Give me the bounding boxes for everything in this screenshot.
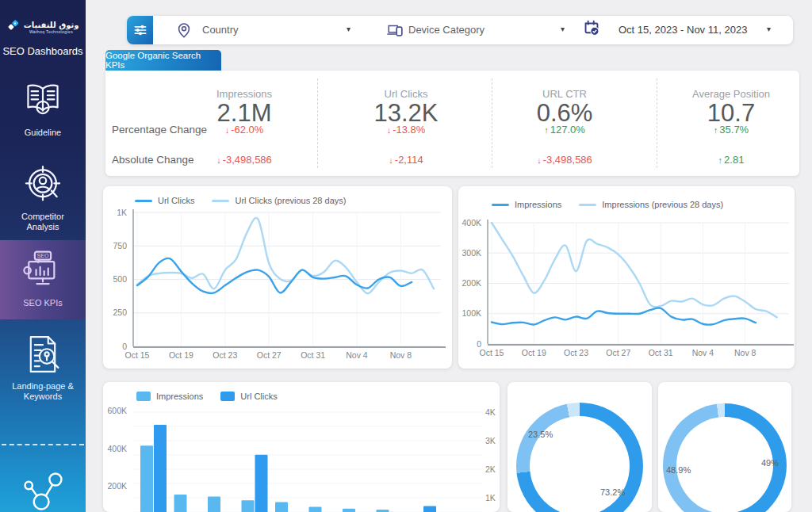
kpi-card-url-clicks: Url Clicks13.2K↓-13.8%↓-2,114: [339, 71, 473, 176]
svg-text:2K: 2K: [485, 464, 496, 474]
share-network-icon[interactable]: [0, 468, 86, 512]
down-arrow-icon: ↓: [216, 155, 221, 165]
svg-text:250: 250: [113, 308, 127, 317]
filter-bar: Country ▾ Device Category ▾: [127, 16, 793, 44]
kpi-card-url-ctr: URL CTR0.6%↑127.0%↓-3,498,586: [497, 71, 632, 176]
up-arrow-icon: ↑: [714, 125, 718, 135]
svg-text:Oct 31: Oct 31: [649, 348, 673, 357]
country-filter[interactable]: Country ▾: [167, 16, 361, 44]
svg-text:4K: 4K: [485, 407, 496, 417]
svg-text:500: 500: [113, 274, 127, 284]
svg-text:Nov 4: Nov 4: [346, 350, 368, 360]
svg-text:Oct 19: Oct 19: [522, 348, 546, 357]
logo: وثوق للتقنيات Wathoq Technologies: [0, 19, 86, 36]
sidebar-item-landing-page-keywords[interactable]: Landing-page & Keywords: [0, 333, 86, 402]
sidebar-item-guideline[interactable]: Guideline: [0, 79, 86, 138]
svg-text:1K: 1K: [485, 493, 496, 502]
svg-text:200K: 200K: [462, 278, 481, 288]
kpi-title: URL CTR: [497, 88, 632, 100]
kpi-percentage-change: ↑35.7%: [664, 124, 799, 136]
location-pin-icon: [175, 21, 193, 42]
donut-slice-label: 73.2%: [600, 487, 625, 497]
country-filter-label: Country: [202, 24, 239, 36]
country-caret-icon: ▾: [347, 25, 350, 33]
competitor-target-icon: [0, 163, 86, 209]
impressions-line-chart-card: ImpressionsImpressions (previous 28 days…: [458, 186, 795, 369]
svg-text:0: 0: [122, 342, 127, 351]
kpi-percentage-change: ↓-62.0%: [177, 124, 312, 136]
svg-text:Oct 23: Oct 23: [213, 350, 237, 360]
logo-subtitle: Wathoq Technologies: [24, 29, 79, 34]
kpi-divider: [657, 78, 657, 168]
device-category-filter[interactable]: Device Category ▾: [377, 16, 571, 44]
kpi-divider: [317, 78, 318, 168]
svg-text:Oct 27: Oct 27: [257, 350, 282, 360]
down-arrow-icon: ↓: [537, 155, 542, 165]
svg-text:3K: 3K: [485, 436, 496, 445]
up-arrow-icon: ↑: [544, 125, 549, 135]
kpi-title: Url Clicks: [339, 88, 473, 100]
kpi-title: Impressions: [177, 88, 312, 100]
sidebar-item-label: Competitor Analysis: [0, 212, 86, 232]
impressions-url-clicks-bar-chart[interactable]: 600K400K200K4K3K2K1K: [103, 382, 500, 512]
down-arrow-icon: ↓: [389, 155, 393, 165]
svg-text:Nov 8: Nov 8: [390, 350, 412, 360]
sidebar-item-label: Landing-page & Keywords: [0, 381, 86, 402]
svg-text:Oct 15: Oct 15: [125, 350, 150, 360]
kpi-title: Average Position: [664, 88, 799, 100]
up-arrow-icon: ↑: [718, 155, 723, 165]
svg-text:300K: 300K: [462, 248, 481, 258]
landing-doc-icon: [0, 333, 86, 379]
svg-text:0: 0: [477, 339, 481, 349]
impressions-line-chart[interactable]: 400K300K200K100K0Oct 15Oct 19Oct 23Oct 2…: [458, 186, 795, 369]
date-range-filter[interactable]: Oct 15, 2023 - Nov 11, 2023 ▾: [575, 16, 785, 44]
filter-toggle-button[interactable]: [127, 16, 153, 44]
device-caret-icon: ▾: [561, 25, 565, 33]
svg-text:1K: 1K: [117, 208, 127, 217]
kpi-absolute-change: ↓-3,498,586: [497, 154, 632, 166]
svg-text:600K: 600K: [107, 406, 127, 415]
sidebar-item-competitor-analysis[interactable]: Competitor Analysis: [0, 163, 86, 232]
svg-text:200K: 200K: [107, 481, 127, 491]
kpi-divider: [492, 78, 492, 168]
sidebar-title: SEO Dashboards: [0, 45, 86, 57]
url-clicks-line-chart-card: Url ClicksUrl Clicks (previous 28 days) …: [103, 186, 452, 369]
sidebar: وثوق للتقنيات Wathoq Technologies SEO Da…: [0, 0, 86, 512]
donut-hole: [676, 417, 773, 512]
svg-text:Oct 19: Oct 19: [169, 350, 193, 360]
tab-google-organic-search-kpis[interactable]: Google Organic Search KPIs: [105, 50, 221, 71]
sliders-icon: [132, 22, 148, 38]
logo-mark-icon: [7, 19, 21, 36]
sidebar-item-seo-kpis[interactable]: SEOSEO KPIs: [0, 240, 86, 319]
svg-text:SEO: SEO: [36, 253, 49, 259]
kpi-absolute-change: ↓-3,498,586: [177, 154, 312, 166]
seo-monitor-icon: SEO: [0, 250, 86, 296]
down-arrow-icon: ↓: [225, 125, 230, 135]
svg-text:Oct 23: Oct 23: [564, 348, 588, 357]
svg-text:400K: 400K: [107, 444, 127, 453]
calendar-check-icon: [583, 19, 600, 40]
sidebar-item-label: SEO KPIs: [0, 298, 86, 308]
donut-slice-label: 23.5%: [528, 430, 553, 439]
kpi-percentage-change: ↓-13.8%: [339, 124, 473, 136]
kpi-card-impressions: Impressions2.1M↓-62.0%↓-3,498,586: [177, 71, 312, 176]
guideline-book-icon: [0, 79, 86, 125]
kpi-card-average-position: Average Position10.7↑35.7%↑2.81: [664, 71, 799, 176]
devices-icon: [386, 21, 404, 42]
svg-text:400K: 400K: [462, 218, 481, 227]
svg-text:Oct 15: Oct 15: [480, 348, 504, 357]
seo-dashboard-app: وثوق للتقنيات Wathoq Technologies SEO Da…: [0, 0, 812, 512]
svg-text:Nov 8: Nov 8: [734, 348, 756, 357]
kpi-absolute-change: ↑2.81: [664, 154, 799, 166]
sidebar-item-label: Guideline: [0, 128, 86, 138]
date-caret-icon: ▾: [767, 25, 771, 33]
svg-text:Nov 4: Nov 4: [692, 348, 714, 357]
svg-text:100K: 100K: [462, 308, 481, 318]
logo-arabic-text: وثوق للتقنيات: [24, 21, 79, 29]
kpi-absolute-change: ↓-2,114: [339, 154, 473, 166]
url-clicks-line-chart[interactable]: 1K7505002500Oct 15Oct 19Oct 23Oct 27Oct …: [103, 186, 452, 369]
donut-chart-card-right: 49%48.9%: [658, 382, 791, 512]
impressions-url-clicks-bar-chart-card: ImpressionsUrl Clicks 600K400K200K4K3K2K…: [103, 382, 500, 512]
sidebar-divider: [2, 444, 84, 445]
kpi-percentage-change: ↑127.0%: [497, 124, 632, 136]
